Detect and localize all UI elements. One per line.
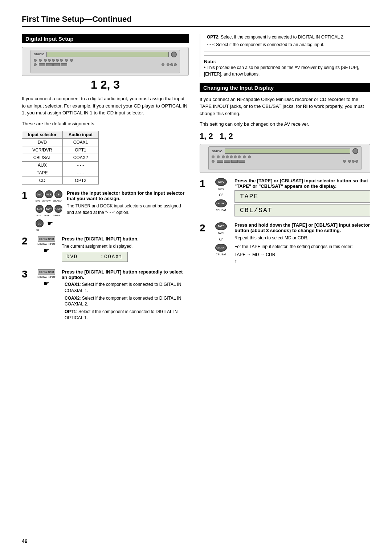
receiver-image-1: ONKYO bbox=[22, 47, 189, 76]
right-step-2: 2 TAPE TAPE or CBL/SAT CBL/SAT Press and… bbox=[200, 222, 370, 264]
step-3: 3 DIGITAL INPUT DIGITAL INPUT ☛ Press th… bbox=[22, 269, 189, 323]
right-step-1-title: Press the [TAPE] or [CBL/SAT] input sele… bbox=[234, 178, 370, 189]
tape-hold-button: TAPE bbox=[215, 222, 227, 230]
left-column: Digital Input Setup ONKYO bbox=[22, 34, 189, 328]
step-2: 2 DIGITAL INPUT DIGITAL INPUT ☛ Press th… bbox=[22, 236, 189, 264]
table-row: DVDCOAX1 bbox=[22, 139, 99, 146]
receiver-image-2: ONKYO bbox=[200, 144, 370, 173]
table-row: TAPE- - - bbox=[22, 169, 99, 177]
table-row: CBL/SATCOAX2 bbox=[22, 154, 99, 162]
tape-button-icon-s1: TAPE bbox=[45, 205, 53, 213]
tape-flow: TAPE → MD → CDR bbox=[234, 252, 370, 257]
step-2-body: The current assignment is displayed. bbox=[62, 243, 189, 250]
page-title: First Time Setup—Continued bbox=[22, 15, 370, 27]
step-2-title: Press the [DIGITAL INPUT] button. bbox=[62, 236, 189, 242]
changing-input-display-section: Changing the Input Display If you connec… bbox=[200, 83, 370, 264]
col-input-selector: Input selector bbox=[22, 131, 63, 139]
assignment-table: Input selector Audio input DVDCOAX1 VCR/… bbox=[22, 131, 99, 185]
cblsat-button-icon: CBL bbox=[54, 190, 62, 198]
right-step-1: 1 TAPE TAPE or CBL/SAT CBL/SAT Press the… bbox=[200, 178, 370, 218]
display-box-dvd: DVD :COAX1 bbox=[62, 252, 128, 262]
note-title: Note: bbox=[204, 59, 370, 64]
changing-header: Changing the Input Display bbox=[200, 83, 370, 92]
dvd-button-icon: DVD bbox=[36, 190, 44, 198]
note-body: • This procedure can also be performed o… bbox=[204, 64, 370, 77]
vcrdvr-button-icon: VCR bbox=[45, 190, 53, 198]
changing-intro1: If you connect an RI-capable Onkyo MiniD… bbox=[200, 96, 370, 117]
cblsat-display: CBL/SAT bbox=[234, 204, 370, 216]
flow-arrow: ↑ bbox=[234, 258, 370, 264]
step-label-right: 1, 2 1, 2 bbox=[200, 131, 233, 141]
step-1: 1 DVD VCR CBL DVDVCR/DVRCBL/SAT bbox=[22, 190, 189, 231]
changing-intro2: This setting can only be changed on the … bbox=[200, 121, 370, 128]
cd-button-icon: CD bbox=[36, 219, 44, 227]
or-label-2: or bbox=[219, 236, 223, 242]
intro-text: If you connect a component to a digital … bbox=[22, 95, 189, 117]
note-box: Note: • This procedure can also be perfo… bbox=[204, 56, 370, 77]
options-list: COAX1: Select if the component is connec… bbox=[65, 281, 189, 321]
cblsat-selector-button: CBL/SAT bbox=[215, 199, 227, 207]
step-label-1: 1 2, 3 bbox=[22, 78, 189, 92]
right-step-2-title: Press and hold down the [TAPE] or [CBL/S… bbox=[234, 222, 370, 233]
digital-input-setup-header: Digital Input Setup bbox=[22, 34, 189, 43]
tuner-button-icon: TUNER bbox=[54, 205, 62, 213]
cblsat-hold-button: CBL/SAT bbox=[215, 244, 227, 252]
table-row: CDOPT2 bbox=[22, 177, 99, 185]
right-column: OPT2: Select if the component is connect… bbox=[200, 34, 370, 328]
aux-button-icon: AUX bbox=[36, 205, 44, 213]
right-step-2-body1: Repeat this step to select MD or CDR. bbox=[234, 235, 370, 241]
tape-selector-button: TAPE bbox=[215, 178, 227, 186]
digital-input-button-icon: DIGITAL INPUT DIGITAL INPUT ☛ bbox=[36, 236, 57, 255]
page-number: 46 bbox=[22, 538, 28, 544]
table-row: VCR/DVROPT1 bbox=[22, 146, 99, 154]
table-row: AUX- - - bbox=[22, 162, 99, 169]
step-3-continued: OPT2: Select if the component is connect… bbox=[200, 34, 370, 77]
step-1-title: Press the input selector button for the … bbox=[67, 190, 189, 201]
step-3-title: Press the [DIGITAL INPUT] button repeate… bbox=[62, 269, 189, 280]
digital-input-button-icon-2: DIGITAL INPUT DIGITAL INPUT ☛ bbox=[36, 269, 57, 288]
step-1-body: The TUNER and DOCK input selectors canno… bbox=[67, 203, 189, 216]
col-audio-input: Audio input bbox=[62, 131, 99, 139]
default-text: These are the default assignments. bbox=[22, 120, 189, 127]
right-step-2-body2: For the TAPE input selector, the setting… bbox=[234, 243, 370, 250]
tape-display: TAPE bbox=[234, 190, 370, 203]
or-label-1: or bbox=[219, 192, 223, 197]
